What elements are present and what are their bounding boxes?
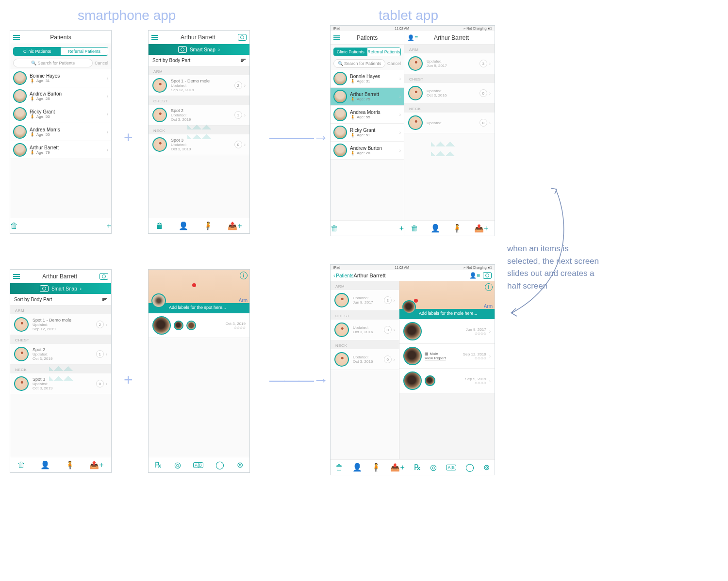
label-prompt[interactable]: Add labels for the spot here... — [169, 305, 226, 310]
spot-row[interactable]: Updated:Jun 9, 2017 3 › — [331, 290, 399, 311]
target-icon[interactable]: ◎ — [174, 460, 181, 469]
trash-icon[interactable]: 🗑 — [10, 222, 18, 230]
spot-row[interactable]: Spot 3Updated:Oct 3, 2019 0 › — [10, 373, 111, 394]
spot-row[interactable]: Spot 2Updated:Oct 3, 2019 1 › — [10, 344, 111, 365]
share-icon[interactable]: 📤+ — [228, 221, 242, 230]
time-label: 11:02 AM — [395, 27, 409, 30]
snapshot-row[interactable]: Oct 3, 2019 ⊙⊙⊙⊙ — [149, 313, 249, 338]
snapshot-row[interactable]: Jun 9, 2017⊙⊙⊙⊙ › — [399, 319, 495, 344]
tab-referral[interactable]: Referral Patients — [367, 48, 401, 56]
spot-row[interactable]: Updated: 0 › — [404, 113, 495, 133]
cancel-button[interactable]: Cancel — [95, 61, 108, 65]
shutter-icon[interactable]: ⊚ — [483, 463, 490, 472]
mole-image-small[interactable] — [174, 321, 183, 330]
body-front-icon[interactable]: 👤 — [430, 224, 440, 233]
compare-icon[interactable]: A|B — [446, 465, 456, 470]
mole-thumbnail[interactable] — [151, 293, 166, 308]
patient-row[interactable]: Arthur Barrett🧍Age: 75 › — [331, 88, 404, 106]
patient-row[interactable]: Andrew Burton🧍Age: 28 › — [331, 142, 404, 160]
mole-image-small[interactable] — [425, 375, 435, 386]
trash-icon[interactable]: 🗑 — [156, 222, 164, 230]
user-nav-icon[interactable]: 👤≡ — [469, 272, 480, 279]
mole-thumbnail[interactable] — [402, 300, 416, 314]
spot-marker[interactable] — [414, 299, 418, 303]
smart-snap-bar[interactable]: Smart Snap› — [10, 283, 111, 294]
body-back-icon[interactable]: 🧍 — [65, 460, 75, 469]
patient-row[interactable]: Bonnie Hayes🧍Age: 31 › — [331, 70, 404, 88]
info-icon[interactable]: i — [485, 283, 493, 291]
spot-row[interactable]: Spot 1 - Demo moleUpdated:Sep 12, 2019 2… — [10, 314, 111, 335]
patient-row[interactable]: Andrea Morris🧍Age: 55 › — [331, 106, 404, 124]
tab-clinic[interactable]: Clinic Patients — [334, 48, 367, 56]
spot-row[interactable]: Updated:Jun 9, 2017 3 › — [404, 53, 495, 74]
menu-icon[interactable] — [151, 35, 158, 40]
spot-row[interactable]: Spot 2Updated:Oct 3, 2019 1 › — [149, 105, 249, 126]
back-button[interactable]: ‹ Patients — [333, 273, 353, 278]
body-front-icon[interactable]: 👤 — [352, 463, 362, 472]
body-region-hero[interactable]: i Arm Add labels for the spot here... — [149, 270, 249, 313]
mole-image[interactable] — [403, 322, 422, 340]
sort-icon[interactable] — [102, 298, 107, 301]
menu-icon[interactable] — [13, 35, 20, 40]
search-input[interactable]: 🔍 Search for Patients — [333, 59, 385, 68]
sort-icon[interactable] — [241, 59, 246, 62]
spot-marker[interactable] — [192, 283, 196, 287]
patient-row[interactable]: Edit Ricky Grant🧍Age: 50 › — [10, 105, 111, 123]
spot-row[interactable]: Spot 1 - Demo moleUpdated:Sep 12, 2019 2… — [149, 75, 249, 96]
mole-image[interactable] — [403, 371, 422, 390]
shutter-icon[interactable]: ⊚ — [237, 460, 243, 469]
trash-icon[interactable]: 🗑 — [411, 224, 418, 233]
trash-icon[interactable]: 🗑 — [335, 463, 343, 472]
compare-icon[interactable]: A|B — [193, 462, 203, 468]
camera-icon[interactable] — [238, 34, 247, 41]
snapshot-row[interactable]: Sep 9, 2019⊙⊙⊙⊙ › — [399, 369, 495, 393]
spot-row[interactable]: Updated:Oct 3, 2016 0 › — [404, 83, 495, 104]
share-icon[interactable]: 📤+ — [89, 460, 103, 469]
phone-patients: Patients Clinic Patients Referral Patien… — [10, 30, 112, 234]
circle-icon[interactable]: ◯ — [215, 460, 224, 469]
body-back-icon[interactable]: 🧍 — [452, 224, 462, 233]
patient-type-tabs[interactable]: Clinic Patients Referral Patients — [13, 47, 108, 56]
body-back-icon[interactable]: 🧍 — [371, 463, 381, 472]
target-icon[interactable]: ◎ — [430, 463, 437, 472]
camera-icon[interactable] — [99, 273, 108, 280]
share-icon[interactable]: 📤+ — [390, 463, 404, 472]
menu-icon[interactable] — [333, 35, 340, 40]
patient-row[interactable]: Ricky Grant🧍Age: 51 › — [331, 124, 404, 142]
search-input[interactable]: 🔍 Search for Patients — [13, 59, 93, 67]
mole-image-small[interactable] — [186, 321, 196, 330]
body-front-icon[interactable]: 👤 — [40, 460, 50, 469]
info-icon[interactable]: i — [240, 272, 248, 279]
camera-icon[interactable] — [483, 272, 492, 279]
spot-row[interactable]: Updated:Oct 3, 2016 0 › — [331, 349, 399, 370]
share-icon[interactable]: 📤+ — [474, 224, 488, 233]
user-nav-icon[interactable]: 👤≡ — [407, 34, 418, 41]
body-front-icon[interactable]: 👤 — [179, 221, 188, 230]
label-prompt[interactable]: Add labels for the mole here... — [419, 311, 477, 316]
patient-type-tabs[interactable]: Clinic Patients Referral Patients — [333, 48, 401, 56]
patient-row[interactable]: Edit Bonnie Hayes🧍Age: 31 › — [10, 69, 111, 87]
trash-icon[interactable]: 🗑 — [17, 461, 25, 469]
spot-row[interactable]: Updated:Oct 3, 2016 0 › — [331, 320, 399, 340]
mole-image[interactable] — [152, 316, 171, 335]
patient-row[interactable]: Edit Andrew Burton🧍Age: 28 › — [10, 87, 111, 105]
cancel-button[interactable]: Cancel — [387, 61, 401, 66]
tab-referral[interactable]: Referral Patients — [61, 48, 108, 55]
menu-icon[interactable] — [13, 274, 20, 279]
rx-icon[interactable]: ℞ — [155, 460, 162, 469]
spot-row[interactable]: Spot 3Updated:Oct 3, 2019 0 › — [149, 134, 249, 155]
avatar — [333, 126, 347, 139]
body-back-icon[interactable]: 🧍 — [203, 221, 213, 230]
smart-snap-bar[interactable]: Smart Snap› — [149, 44, 249, 55]
snapshot-row[interactable]: ▦ MoleView Report Sep 12, 2019⊙⊙⊙⊙ › — [399, 344, 495, 369]
tab-clinic[interactable]: Clinic Patients — [14, 48, 61, 55]
add-icon[interactable]: + — [107, 222, 111, 230]
patient-row[interactable]: Ref Arthur Barrett🧍Age: 79 › — [10, 141, 111, 159]
body-region-hero[interactable]: i Arm Add labels for the mole here... — [399, 281, 495, 319]
trash-icon[interactable]: 🗑 — [331, 224, 338, 233]
mole-image[interactable] — [403, 347, 422, 365]
add-icon[interactable]: + — [399, 224, 404, 233]
circle-icon[interactable]: ◯ — [465, 463, 474, 472]
rx-icon[interactable]: ℞ — [414, 463, 421, 472]
patient-row[interactable]: Edit Andrea Morris🧍Age: 55 › — [10, 123, 111, 141]
